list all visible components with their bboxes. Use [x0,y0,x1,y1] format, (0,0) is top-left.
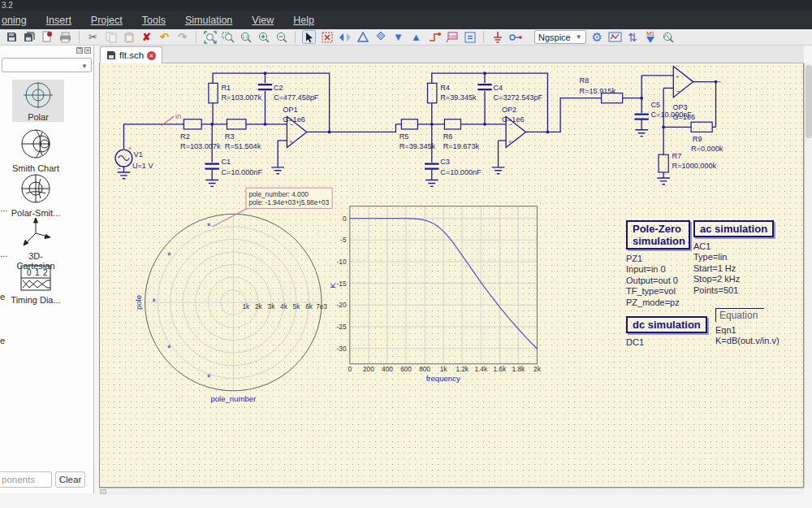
svg-text:-15: -15 [337,280,347,288]
opamps: − + − + + − [287,66,693,147]
palette-item-polar-smith[interactable]: Polar-Smit... [10,172,62,218]
svg-text:1k: 1k [440,366,448,373]
svg-text:-5: -5 [340,237,347,244]
palette-item-smith-chart[interactable]: Smith Chart [10,128,62,173]
svg-text:3k: 3k [268,303,276,310]
pz-title: Pole-Zero simulation [626,220,690,250]
dc-simulation-block[interactable]: dc simulation DC1 [626,316,707,348]
polar-pole-diagram[interactable]: 1k2k3k4k5k6k7e3 ***** pole pole_number p… [134,188,332,403]
svg-text:NM: NM [448,33,456,38]
zoom-in-icon[interactable] [257,30,270,44]
copy-icon[interactable] [104,30,118,44]
rotate-icon[interactable] [356,30,369,44]
titlebar: 3.2 [0,0,812,11]
probe-m1-icon[interactable]: M1 [644,30,658,44]
mirror-x-icon[interactable] [374,30,387,44]
frequency-response-diagram[interactable]: 02004006008001k1.2k1.4k1.6k1.8k2k0-5-10-… [328,206,542,383]
palette-category-combobox[interactable]: ▼ [2,58,92,72]
equation-params: Eqn1K=dB(out.v/in.v) [715,325,804,347]
menu-insert[interactable]: Insert [46,15,71,26]
menu-positioning[interactable]: oning [2,15,27,26]
equation-icon[interactable] [463,30,477,44]
svg-text:1.2k: 1.2k [456,366,469,373]
svg-text:*: * [207,372,211,384]
svg-text:-10: -10 [337,258,347,266]
close-icon[interactable]: ✕ [147,51,156,60]
component-search-input[interactable]: ponents [0,471,52,488]
wire-label-icon[interactable]: NM [445,30,459,44]
undo-icon[interactable]: ↶ [158,30,171,44]
port-icon[interactable] [508,30,522,44]
deactivate-icon[interactable] [320,30,334,44]
dock-float-icon[interactable]: ❐ [76,47,83,54]
svg-text:−: − [676,88,680,95]
mirror-y-icon[interactable] [338,30,352,44]
equation-block[interactable]: Equation Eqn1K=dB(out.v/in.v) [715,307,804,347]
clipped-palette-label: ... [0,249,7,258]
menu-simulation[interactable]: Simulation [185,15,232,26]
polar-x-axis-label: pole_number [210,394,257,403]
svg-text:C4: C4 [493,84,503,92]
svg-text:R=1000.000k: R=1000.000k [672,162,717,170]
svg-text:2k: 2k [533,366,542,373]
separator [483,31,484,43]
menu-help[interactable]: Help [293,15,314,26]
svg-text:C5: C5 [650,101,660,109]
svg-text:+: + [508,138,512,145]
delete-icon[interactable]: ✘ [140,30,153,44]
simulator-value: Ngspice [538,33,571,42]
svg-text:C=477.458pF: C=477.458pF [274,93,319,102]
save-icon[interactable] [5,30,19,44]
svg-text:R4: R4 [440,84,450,92]
move-up-icon[interactable]: ▲ [409,30,423,44]
svg-text:R8: R8 [580,76,590,85]
svg-text:R=39.345k: R=39.345k [400,142,436,150]
svg-text:*: * [152,297,156,308]
clipped-palette-label: e [0,292,5,302]
paste-icon[interactable] [122,30,136,44]
palette-item-polar[interactable]: Polar [12,80,64,122]
select-cursor-icon[interactable] [302,30,316,44]
svg-text:*: * [207,221,211,232]
move-down-icon[interactable]: ▼ [391,30,405,44]
horizontal-scrollbar[interactable] [99,488,804,494]
svg-text:OP1: OP1 [283,106,297,114]
palette-item-3d-cartesian[interactable]: 3D-Cartesian [10,217,62,271]
ground-symbols [118,130,670,187]
menu-project[interactable]: Project [91,15,123,26]
svg-text:1.4k: 1.4k [474,366,487,373]
waveform-zoom-icon[interactable] [662,30,676,44]
sim-settings-icon[interactable] [608,30,622,44]
svg-text:G=1e6: G=1e6 [672,113,695,121]
exchange-icon[interactable]: ⇅ [626,30,640,44]
zoom-out-icon[interactable] [274,30,288,44]
redo-icon[interactable]: ↷ [175,30,189,44]
simulator-combobox[interactable]: Ngspice ▼ [534,30,586,44]
tab-flt-sch[interactable]: flt.sch ✕ [100,46,162,63]
vertical-scrollbar[interactable] [804,63,812,488]
cut-icon[interactable]: ✂ [86,30,100,44]
dock-close-icon[interactable]: ✕ [84,47,91,54]
svg-text:*: * [167,250,171,262]
svg-text:C=10.000nF: C=10.000nF [222,168,263,176]
palette-item-timing-diagram[interactable]: 012 Timing Dia... [10,264,62,305]
schematic-canvas[interactable]: − + − + + − + − [99,63,804,488]
3d-cartesian-icon [10,217,62,250]
scrollbar-thumb[interactable] [806,65,812,138]
file-changed-icon[interactable] [41,30,54,44]
zoom-fit-icon[interactable] [203,30,217,44]
svg-text:5k: 5k [293,303,301,310]
wire-icon[interactable] [427,30,441,44]
gear-icon[interactable]: ⚙ [590,30,604,44]
zoom-window-icon[interactable] [221,30,235,44]
zoom-1-1-icon[interactable]: 1:1 [239,30,253,44]
menu-tools[interactable]: Tools [142,15,166,26]
ground-icon[interactable] [490,30,504,44]
clear-button[interactable]: Clear [55,471,85,488]
save-all-icon[interactable] [23,30,37,44]
qucs-window: 3.2 oning Insert Project Tools Simulatio… [0,0,812,508]
annotation-line2: pole: -1.94e+03+j5.98e+03 [248,199,329,206]
ac-simulation-block[interactable]: ac simulation AC1Type=linStart=1 HzStop=… [693,220,775,296]
menu-view[interactable]: View [252,15,274,26]
print-icon[interactable] [58,30,72,44]
